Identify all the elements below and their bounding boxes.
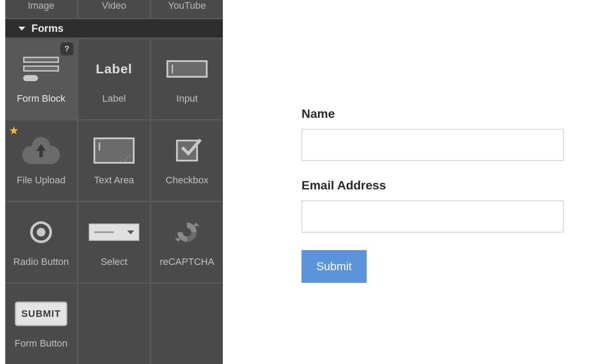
textarea-icon: ⋰ <box>94 135 135 166</box>
tile-label: Form Button <box>14 338 67 349</box>
tile-input[interactable]: Input <box>151 39 223 119</box>
media-label: Video <box>102 0 126 11</box>
field-label: Name <box>302 107 564 121</box>
form-block-icon <box>23 54 59 84</box>
tile-file-upload[interactable]: ★ File Upload <box>5 120 77 201</box>
label-icon: Label <box>96 54 132 84</box>
submit-button-icon: SUBMIT <box>15 299 67 329</box>
svg-marker-1 <box>175 238 181 242</box>
design-canvas[interactable]: Name Email Address Submit <box>223 0 603 364</box>
media-tile-youtube[interactable]: YouTube <box>151 0 223 18</box>
star-icon: ★ <box>9 124 19 137</box>
tile-text-area[interactable]: ⋰ Text Area <box>78 120 150 201</box>
tile-label: Label <box>102 93 126 104</box>
tile-empty <box>151 284 223 364</box>
tile-form-block[interactable]: ? Form Block <box>5 39 77 119</box>
recaptcha-icon <box>175 217 199 247</box>
tile-checkbox[interactable]: Checkbox <box>151 120 223 201</box>
tile-radio-button[interactable]: Radio Button <box>5 202 77 282</box>
section-title: Forms <box>31 22 63 34</box>
tile-label: File Upload <box>17 175 65 186</box>
media-label: YouTube <box>168 0 206 11</box>
tile-label: Select <box>100 256 127 268</box>
submit-button[interactable]: Submit <box>302 250 367 283</box>
form-field-email: Email Address <box>302 179 564 233</box>
tile-label: Checkbox <box>166 175 208 186</box>
upload-icon <box>22 135 60 166</box>
tile-form-button[interactable]: SUBMIT Form Button <box>5 284 77 364</box>
checkbox-icon <box>176 135 198 166</box>
tile-label: Input <box>177 93 198 104</box>
tile-recaptcha[interactable]: reCAPTCHA <box>151 202 223 282</box>
form-block-preview[interactable]: Name Email Address Submit <box>302 107 564 283</box>
tile-label: Text Area <box>94 175 134 186</box>
form-field-name: Name <box>302 107 564 161</box>
section-header-forms[interactable]: Forms <box>5 18 223 38</box>
tile-label: reCAPTCHA <box>160 256 215 268</box>
email-input[interactable] <box>302 200 564 233</box>
radio-icon <box>30 217 52 247</box>
field-label: Email Address <box>302 179 564 192</box>
chevron-down-icon <box>18 27 25 31</box>
name-input[interactable] <box>302 129 564 161</box>
media-tile-video[interactable]: Video <box>78 0 150 18</box>
media-label: Image <box>28 0 54 11</box>
input-icon <box>166 54 208 84</box>
svg-marker-0 <box>193 223 199 226</box>
tile-label[interactable]: Label Label <box>78 39 150 119</box>
tile-label: Form Block <box>17 93 65 104</box>
tile-select[interactable]: Select <box>78 202 150 282</box>
tile-label: Radio Button <box>13 256 69 268</box>
media-tile-image[interactable]: Image <box>5 0 77 18</box>
media-row: Image Video YouTube <box>5 0 223 18</box>
elements-panel: Image Video YouTube Forms ? Form Block L… <box>0 0 223 364</box>
select-icon <box>89 217 139 247</box>
tile-empty <box>78 284 150 364</box>
forms-grid: ? Form Block Label Label Input ★ File Up <box>5 38 223 364</box>
help-icon[interactable]: ? <box>60 42 73 55</box>
